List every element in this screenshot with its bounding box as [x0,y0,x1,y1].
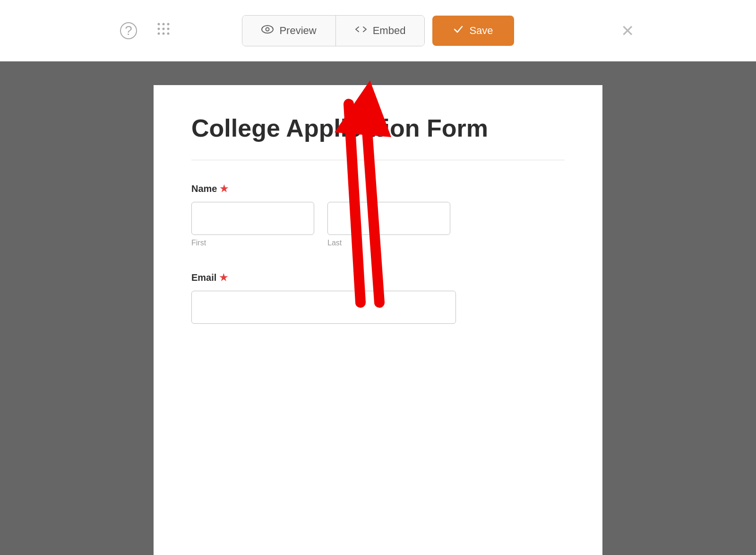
svg-point-0 [158,23,160,26]
help-icon: ? [120,22,137,39]
name-field-section: Name ★ First Last [191,183,565,247]
toolbar-left-icons: ? [118,20,174,41]
form-title: College Application Form [191,113,565,143]
toolbar-center: Preview Embed Save [242,15,514,46]
checkmark-icon [453,24,464,37]
email-required-star: ★ [219,272,228,283]
email-field-section: Email ★ [191,272,565,324]
svg-point-6 [158,33,160,35]
grid-button[interactable] [153,20,174,41]
save-label: Save [469,25,493,37]
first-name-wrapper: First [191,202,314,247]
grid-icon [156,22,171,39]
embed-label: Embed [373,25,406,37]
last-name-wrapper: Last [327,202,450,247]
svg-point-2 [167,23,170,26]
preview-embed-group: Preview Embed [242,15,425,46]
last-name-input[interactable] [327,202,450,235]
toolbar-right: ✕ [608,20,638,41]
name-required-star: ★ [220,183,228,194]
last-name-sub-label: Last [327,239,450,247]
email-label-text: Email [191,272,216,283]
svg-point-5 [167,28,170,30]
dark-strip [0,61,756,85]
form-divider [191,160,565,160]
eye-icon [261,24,274,37]
svg-point-10 [266,27,269,31]
toolbar: ? [0,0,756,61]
form-container: College Application Form Name ★ First La… [154,85,602,555]
close-button[interactable]: ✕ [617,20,638,41]
name-fields-row: First Last [191,202,565,247]
code-icon [355,24,367,37]
content-area: College Application Form Name ★ First La… [0,85,756,555]
name-label: Name ★ [191,183,565,194]
close-icon: ✕ [621,21,634,40]
save-button[interactable]: Save [432,16,514,46]
name-label-text: Name [191,183,217,194]
svg-point-8 [167,33,170,35]
svg-point-9 [262,26,273,33]
preview-button[interactable]: Preview [242,16,335,46]
svg-point-4 [163,28,165,30]
help-button[interactable]: ? [118,20,139,41]
svg-point-1 [163,23,165,26]
svg-point-7 [163,33,165,35]
email-label: Email ★ [191,272,565,283]
first-name-input[interactable] [191,202,314,235]
embed-button[interactable]: Embed [336,16,425,46]
preview-label: Preview [279,25,316,37]
svg-point-3 [158,28,160,30]
email-input[interactable] [191,291,456,324]
first-name-sub-label: First [191,239,314,247]
